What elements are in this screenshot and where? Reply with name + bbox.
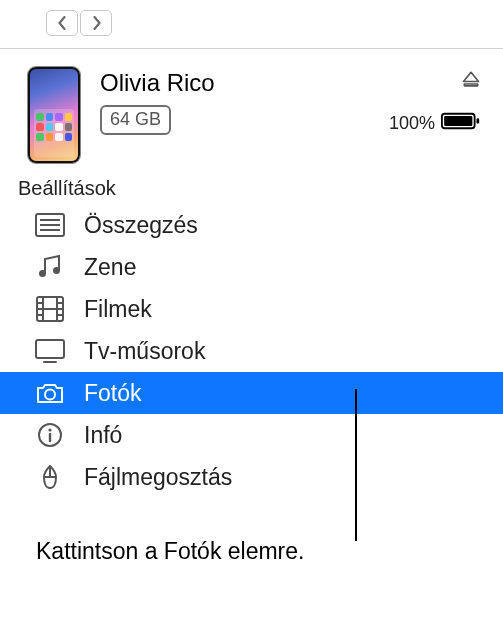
storage-badge: 64 GB	[100, 105, 171, 135]
list-icon	[32, 210, 68, 240]
sidebar-item-label: Összegzés	[84, 212, 198, 239]
camera-icon	[32, 378, 68, 408]
sidebar-item-summary[interactable]: Összegzés	[0, 204, 503, 246]
info-icon	[32, 420, 68, 450]
sidebar-menu: Összegzés Zene Filmek Tv-műsorok Fotók I…	[0, 204, 503, 498]
sidebar-item-filesharing[interactable]: Fájlmegosztás	[0, 456, 503, 498]
eject-button[interactable]	[461, 69, 481, 93]
sidebar-item-info[interactable]: Infó	[0, 414, 503, 456]
svg-point-19	[45, 390, 55, 400]
back-button[interactable]	[46, 10, 78, 36]
svg-point-7	[39, 270, 46, 277]
battery-icon	[441, 111, 481, 136]
battery-status: 100%	[389, 111, 481, 136]
device-thumbnail-icon	[28, 67, 80, 163]
svg-point-8	[53, 267, 60, 274]
svg-rect-17	[36, 340, 64, 358]
sidebar-item-label: Fotók	[84, 380, 142, 407]
battery-percent: 100%	[389, 113, 435, 134]
sidebar-item-label: Tv-műsorok	[84, 338, 205, 365]
sidebar-item-movies[interactable]: Filmek	[0, 288, 503, 330]
sidebar-item-label: Filmek	[84, 296, 152, 323]
callout: Kattintson a Fotók elemre.	[0, 504, 503, 565]
device-name: Olivia Rico	[100, 69, 389, 97]
sidebar-item-label: Infó	[84, 422, 122, 449]
nav-toolbar	[0, 0, 503, 46]
callout-pointer-line	[355, 389, 357, 541]
sidebar-section-label: Beállítások	[0, 169, 503, 204]
sidebar-item-tvshows[interactable]: Tv-műsorok	[0, 330, 503, 372]
sidebar-item-music[interactable]: Zene	[0, 246, 503, 288]
forward-button[interactable]	[80, 10, 112, 36]
svg-rect-2	[476, 118, 479, 123]
sidebar-item-label: Fájlmegosztás	[84, 464, 232, 491]
svg-rect-1	[444, 116, 472, 126]
callout-text: Kattintson a Fotók elemre.	[0, 504, 503, 565]
sidebar-item-label: Zene	[84, 254, 136, 281]
apps-icon	[32, 462, 68, 492]
sidebar-item-photos[interactable]: Fotók	[0, 372, 503, 414]
svg-point-21	[48, 428, 51, 431]
music-note-icon	[32, 252, 68, 282]
film-icon	[32, 294, 68, 324]
tv-icon	[32, 336, 68, 366]
device-header: Olivia Rico 64 GB 100%	[0, 49, 503, 169]
